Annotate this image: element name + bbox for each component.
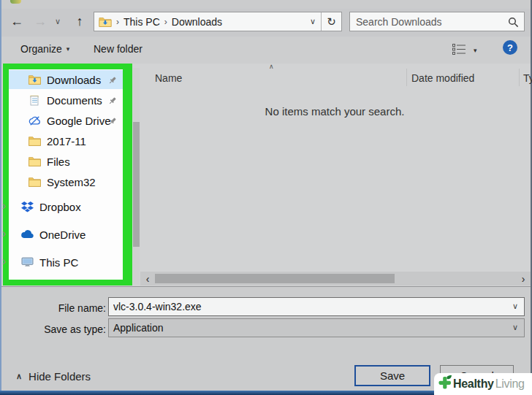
breadcrumb-segment-this-pc[interactable]: This PC [123, 16, 160, 28]
new-folder-label: New folder [94, 43, 142, 55]
nav-pane-scrollbar-thumb[interactable] [133, 122, 140, 247]
watermark-brand-bold: Healthy [453, 377, 494, 391]
sidebar-item-dropbox[interactable]: › Dropbox [9, 197, 123, 216]
pin-icon [108, 95, 117, 108]
watermark-brand-light: Living [495, 377, 525, 391]
sort-ascending-icon: ∧ [269, 63, 274, 70]
nav-pane-scrollbar[interactable] [133, 68, 140, 285]
help-glyph: ? [507, 42, 513, 53]
scroll-left-icon[interactable]: ‹ [142, 272, 153, 285]
up-arrow-icon: ↑ [77, 14, 83, 29]
scroll-right-icon[interactable]: › [517, 272, 529, 285]
folder-icon [28, 156, 41, 166]
column-divider[interactable] [519, 69, 520, 86]
command-bar: Organize ▾ New folder ▾ ? [1, 37, 531, 64]
address-dropdown-icon[interactable]: ∨ [305, 17, 321, 26]
chevron-down-icon: ∨ [55, 17, 61, 26]
menu-arrow-icon: ▾ [66, 45, 70, 53]
help-button[interactable]: ? [503, 40, 517, 55]
forward-button[interactable]: → [31, 11, 50, 31]
search-input[interactable] [350, 12, 509, 31]
search-box[interactable] [349, 12, 525, 31]
navigation-pane: Downloads Documents Google Drive [9, 69, 123, 280]
chevron-down-icon: ∨ [512, 323, 518, 332]
sidebar-item-2017-11[interactable]: 2017-11 [9, 131, 123, 150]
hide-folders-button[interactable]: ∧ Hide Folders [16, 370, 91, 383]
dropbox-icon [20, 202, 34, 212]
navigation-toolbar: ← → ∨ ↑ › This PC › Downloads ∨ ↻ [1, 9, 531, 37]
save-as-type-value: Application [109, 322, 164, 334]
empty-list-message: No items match your search. [140, 105, 529, 118]
breadcrumb-segment-downloads[interactable]: Downloads [172, 16, 222, 28]
forward-arrow-icon: → [34, 14, 47, 29]
sidebar-item-this-pc[interactable]: › This PC [9, 253, 123, 272]
save-as-type-dropdown[interactable]: Application ∨ [108, 318, 525, 337]
sidebar-item-documents[interactable]: Documents [9, 91, 123, 110]
file-name-label: File name: [1, 302, 106, 314]
healthy-living-cross-icon [437, 375, 453, 394]
folder-icon [28, 177, 41, 187]
sidebar-item-system32[interactable]: System32 [9, 172, 123, 191]
folder-icon [28, 136, 41, 146]
expand-chevron-icon[interactable]: › [2, 199, 6, 213]
column-divider[interactable] [406, 69, 407, 86]
pin-icon [108, 74, 117, 88]
column-header-type[interactable]: Type [523, 72, 532, 84]
onedrive-icon [20, 230, 34, 239]
new-folder-button[interactable]: New folder [94, 43, 142, 55]
column-header-name[interactable]: Name [155, 72, 182, 84]
details-view-icon[interactable] [452, 44, 466, 58]
up-button[interactable]: ↑ [70, 11, 89, 31]
documents-icon [28, 95, 41, 106]
save-button[interactable]: Save [354, 365, 430, 386]
view-dropdown-arrow-icon[interactable]: ▾ [474, 47, 477, 54]
organize-label: Organize [20, 43, 62, 55]
downloads-folder-icon [99, 17, 112, 27]
chevron-down-icon[interactable]: ∨ [512, 302, 518, 311]
address-bar[interactable]: › This PC › Downloads ∨ ↻ [94, 12, 342, 31]
pin-icon [108, 115, 117, 129]
hide-folders-label: Hide Folders [28, 370, 91, 383]
downloads-folder-icon [28, 74, 41, 85]
breadcrumb-separator-icon: › [164, 17, 167, 27]
sidebar-item-downloads[interactable]: Downloads [9, 70, 123, 89]
refresh-icon: ↻ [327, 15, 336, 28]
horizontal-scrollbar[interactable]: ‹ › [140, 272, 531, 285]
organize-menu-button[interactable]: Organize ▾ [20, 43, 69, 55]
back-button[interactable]: ← [7, 11, 26, 31]
horizontal-scrollbar-thumb[interactable] [155, 274, 395, 283]
save-as-type-label: Save as type: [1, 323, 106, 335]
column-header-date-modified[interactable]: Date modified [411, 72, 474, 84]
this-pc-icon [20, 257, 34, 267]
sidebar-item-google-drive[interactable]: Google Drive [9, 111, 123, 130]
highlight-box: Downloads Documents Google Drive [3, 64, 132, 285]
back-arrow-icon: ← [10, 14, 23, 29]
search-icon[interactable] [508, 17, 519, 31]
file-name-input[interactable] [109, 298, 508, 315]
sidebar-item-files[interactable]: Files [9, 152, 123, 171]
expand-chevron-icon[interactable]: › [2, 254, 6, 269]
sidebar-item-onedrive[interactable]: › OneDrive [9, 225, 123, 244]
chevron-up-icon: ∧ [16, 372, 22, 381]
refresh-button[interactable]: ↻ [321, 12, 341, 31]
breadcrumb-separator-icon: › [116, 17, 119, 27]
recent-locations-button[interactable]: ∨ [51, 11, 64, 31]
google-drive-icon [28, 116, 41, 126]
expand-chevron-icon[interactable]: › [2, 226, 6, 241]
healthy-living-watermark: Healthy Living [434, 373, 532, 395]
file-name-field[interactable]: ∨ [108, 297, 525, 316]
window-icon-fragment [10, 0, 21, 4]
